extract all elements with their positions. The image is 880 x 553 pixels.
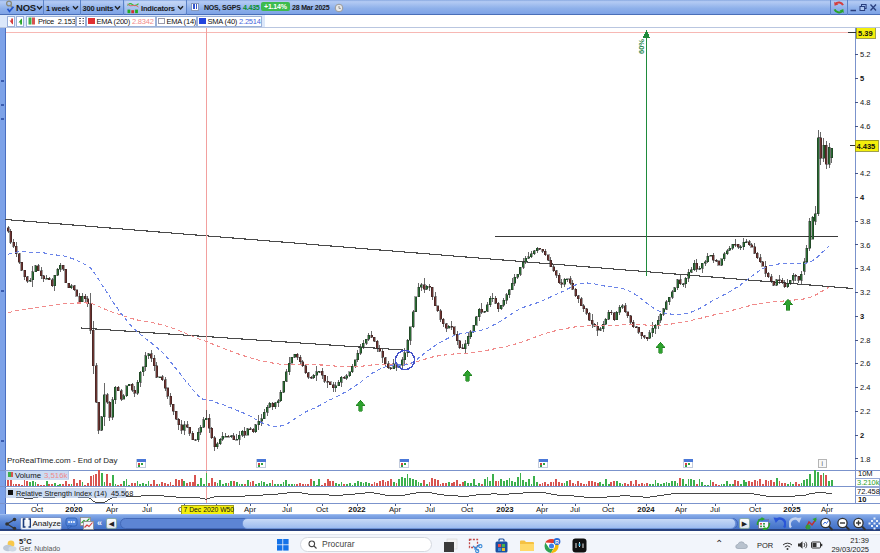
svg-text:4.8: 4.8 xyxy=(860,98,870,107)
svg-text:4.2: 4.2 xyxy=(860,169,870,178)
svg-text:Jul: Jul xyxy=(142,505,152,514)
svg-text:5: 5 xyxy=(860,74,864,83)
svg-text:Jul: Jul xyxy=(710,505,720,514)
svg-text:2024: 2024 xyxy=(637,505,655,514)
svg-text:Oct: Oct xyxy=(602,505,615,514)
svg-text:Apr: Apr xyxy=(106,505,119,514)
svg-text:Jul: Jul xyxy=(425,505,435,514)
svg-text:R: R xyxy=(555,538,559,544)
svg-text:Apr: Apr xyxy=(675,505,688,514)
svg-text:2025: 2025 xyxy=(783,505,801,514)
svg-text:2.8: 2.8 xyxy=(860,336,870,345)
svg-text:Oct: Oct xyxy=(31,505,44,514)
svg-text:10: 10 xyxy=(858,495,866,504)
svg-text:3.2: 3.2 xyxy=(860,288,870,297)
svg-text:3.6: 3.6 xyxy=(860,241,870,250)
svg-text:3: 3 xyxy=(860,312,864,321)
svg-text:5.39: 5.39 xyxy=(858,29,873,38)
svg-text:60%: 60% xyxy=(637,39,646,54)
svg-text:Jul: Jul xyxy=(282,505,292,514)
svg-text:4.435: 4.435 xyxy=(857,142,876,151)
svg-text:Relative Strength Index (14): Relative Strength Index (14) 45.568 xyxy=(16,489,133,498)
svg-text:Apr: Apr xyxy=(244,505,257,514)
svg-text:Apr: Apr xyxy=(821,505,834,514)
svg-text:2.2: 2.2 xyxy=(860,407,870,416)
svg-text:3,516k: 3,516k xyxy=(44,471,68,480)
svg-text:Apr: Apr xyxy=(389,505,402,514)
svg-text:Jul: Jul xyxy=(570,505,580,514)
svg-text:1.8: 1.8 xyxy=(860,455,870,464)
svg-text:7 Dec 2020 W50: 7 Dec 2020 W50 xyxy=(184,506,235,513)
svg-text:4.6: 4.6 xyxy=(860,122,870,131)
svg-text:2023: 2023 xyxy=(496,505,514,514)
svg-text:i: i xyxy=(821,460,822,467)
svg-text:2.4: 2.4 xyxy=(860,383,870,392)
svg-text:Oct: Oct xyxy=(749,505,762,514)
svg-text:2022: 2022 xyxy=(348,505,366,514)
svg-text:Apr: Apr xyxy=(536,505,549,514)
svg-text:2020: 2020 xyxy=(65,505,83,514)
svg-text:Oct: Oct xyxy=(461,505,474,514)
svg-text:5.2: 5.2 xyxy=(860,50,870,59)
svg-text:3.4: 3.4 xyxy=(860,264,870,273)
svg-text:3.8: 3.8 xyxy=(860,217,870,226)
svg-text:10M: 10M xyxy=(858,469,873,478)
svg-text:2: 2 xyxy=(860,431,864,440)
svg-text:Volume: Volume xyxy=(15,471,41,480)
svg-text:Oct: Oct xyxy=(316,505,329,514)
svg-text:2.6: 2.6 xyxy=(860,359,870,368)
svg-text:3.210k: 3.210k xyxy=(857,478,880,487)
svg-text:ProRealTime.com - End of Day: ProRealTime.com - End of Day xyxy=(7,456,117,465)
